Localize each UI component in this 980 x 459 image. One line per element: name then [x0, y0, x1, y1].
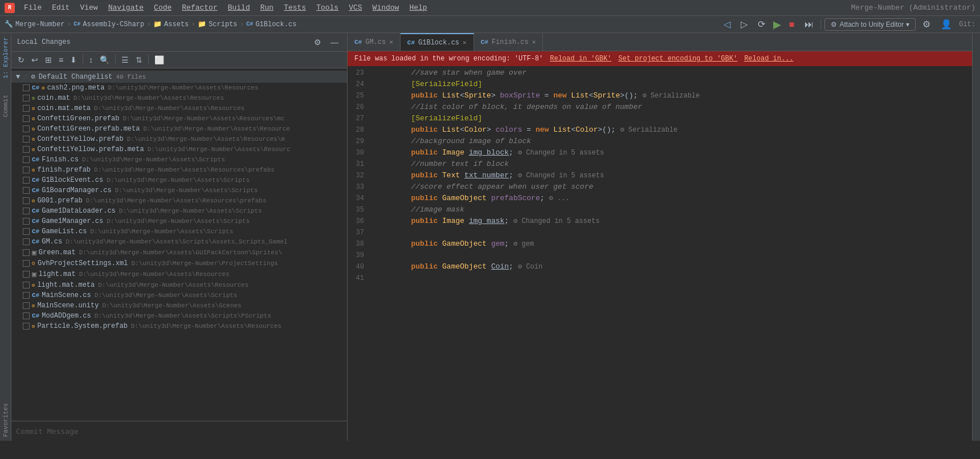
tree-item-coinmatmeta[interactable]: ⚙ coin.mat.meta D:\unity3d\Merge-Number\… — [11, 103, 347, 113]
menu-view[interactable]: View — [75, 2, 102, 13]
menu-window[interactable]: Window — [368, 2, 404, 13]
tree-item-mainscene-cs[interactable]: C# MainScene.cs D:\unity3d\Merge-Number\… — [11, 290, 347, 300]
menu-refactor[interactable]: Refactor — [177, 2, 222, 13]
stop-btn[interactable]: ■ — [786, 18, 798, 31]
play-btn[interactable]: ▶ — [772, 17, 782, 32]
tree-item-gm[interactable]: C# GM.cs D:\unity3d\Merge-Number\Assets\… — [11, 237, 347, 247]
file-checkbox[interactable] — [23, 146, 30, 153]
tab-gm-close[interactable]: ✕ — [389, 38, 393, 46]
right-scrollbar[interactable] — [972, 33, 980, 441]
tree-item-green-mat[interactable]: ▣ Green.mat D:\unity3d\Merge-Number\Asse… — [11, 247, 347, 258]
panel-minimize-btn[interactable]: — — [328, 36, 341, 48]
file-checkbox[interactable] — [23, 260, 30, 267]
menu-tools[interactable]: Tools — [312, 2, 343, 13]
file-checkbox[interactable] — [23, 177, 30, 184]
refresh-btn[interactable]: ⟳ — [754, 17, 769, 31]
tree-item-particle[interactable]: ⚙ Particle.System.prefab D:\unity3d\Merg… — [11, 321, 347, 331]
file-checkbox[interactable] — [23, 208, 30, 214]
profile-btn[interactable]: 👤 — [937, 17, 956, 31]
file-checkbox[interactable] — [23, 292, 30, 299]
file-checkbox[interactable] — [23, 187, 30, 194]
tree-item-game1manager[interactable]: C# Game1Manager.cs D:\unity3d\Merge-Numb… — [11, 216, 347, 226]
tree-item-confetti-yellow-meta[interactable]: ⚙ ConfettiYellow.prefab.meta D:\unity3d\… — [11, 144, 347, 155]
file-checkbox[interactable] — [23, 249, 30, 256]
tree-item-finish-cs[interactable]: C# Finish.cs D:\unity3d\Merge-Number\Ass… — [11, 155, 347, 165]
menu-file[interactable]: File — [19, 2, 46, 13]
filter-btn[interactable]: ☰ — [119, 54, 132, 66]
tree-item-mainscene-unity[interactable]: ⚙ MainScene.unity D:\unity3d\Merge-Numbe… — [11, 300, 347, 311]
tab-g1block-close[interactable]: ✕ — [463, 39, 467, 46]
tree-item-coinmat[interactable]: ⚙ coin.mat D:\unity3d\Merge-Number\Asset… — [11, 93, 347, 103]
panel-settings-btn[interactable]: ⚙ — [311, 36, 324, 48]
tree-item-gvhsettings[interactable]: ⚙ GvhProjectSettings.xml D:\unity3d\Merg… — [11, 258, 347, 269]
move-btn[interactable]: ↕ — [86, 54, 96, 66]
commit-icon[interactable]: Commit — [1, 93, 11, 119]
tree-item-g001prefab[interactable]: ⚙ G001.prefab D:\unity3d\Merge-Number\As… — [11, 196, 347, 206]
set-encoding-btn[interactable]: Set project encoding to 'GBK' — [618, 55, 737, 63]
file-checkbox[interactable] — [23, 84, 30, 91]
file-checkbox[interactable] — [23, 282, 30, 289]
tree-item-g1blockevent[interactable]: C# G1BlockEvent.cs D:\unity3d\Merge-Numb… — [11, 175, 347, 185]
code-area[interactable]: 23 //save star when game over 24 [Serial… — [348, 66, 972, 441]
forward-btn[interactable]: ▷ — [737, 17, 751, 31]
tree-item-confetti-green[interactable]: ⚙ ConfettiGreen.prefab D:\unity3d\Merge-… — [11, 113, 347, 124]
file-checkbox[interactable] — [23, 197, 30, 204]
favorites-icon[interactable]: Favorites — [1, 401, 11, 438]
changelist-header[interactable]: ▼ ☐ ⚙ Default Changelist 40 files — [11, 71, 347, 83]
menu-help[interactable]: Help — [405, 2, 431, 13]
menu-vcs[interactable]: VCS — [344, 2, 366, 13]
breadcrumb-project[interactable]: 🔧 Merge-Number — [5, 20, 64, 29]
commit-placeholder[interactable]: Commit Message — [16, 427, 79, 436]
tab-finish[interactable]: C# Finish.cs ✕ — [474, 33, 544, 51]
tree-item-confetti-yellow[interactable]: ⚙ ConfettiYellow.prefab D:\unity3d\Merge… — [11, 134, 347, 144]
diff-btn[interactable]: ≡ — [56, 54, 66, 66]
file-checkbox[interactable] — [23, 218, 30, 225]
menu-code[interactable]: Code — [149, 2, 176, 13]
search-btn[interactable]: 🔍 — [97, 54, 112, 66]
file-checkbox[interactable] — [23, 302, 30, 309]
file-checkbox[interactable] — [23, 271, 30, 278]
tree-item-cash2meta[interactable]: C# ⚙ cash2.png.meta D:\unity3d\Merge-Num… — [11, 83, 347, 93]
file-checkbox[interactable] — [23, 115, 30, 122]
explorer-icon[interactable]: 1: Explorer — [1, 35, 11, 80]
back-btn[interactable]: ◁ — [720, 17, 734, 31]
tab-g1block[interactable]: C# G1Block.cs ✕ — [401, 33, 474, 51]
menu-run[interactable]: Run — [256, 2, 278, 13]
step-btn[interactable]: ⏭ — [801, 18, 817, 31]
tree-item-finish-prefab[interactable]: ⚙ finish.prefab D:\unity3d\Merge-Number\… — [11, 165, 347, 175]
settings-btn[interactable]: ⚙ — [919, 17, 934, 31]
file-checkbox[interactable] — [23, 125, 30, 132]
attach-unity-btn[interactable]: ⚙ Attach to Unity Editor ▾ — [824, 18, 916, 31]
file-checkbox[interactable] — [23, 105, 30, 112]
group-btn[interactable]: ⊞ — [42, 54, 55, 66]
tab-gm[interactable]: C# GM.cs ✕ — [348, 33, 401, 51]
refresh-changes-btn[interactable]: ↻ — [15, 54, 27, 66]
tree-item-modaddgem[interactable]: C# ModADDgem.cs D:\unity3d\Merge-Number\… — [11, 311, 347, 321]
breadcrumb-assets[interactable]: 📁 Assets — [153, 20, 189, 29]
file-checkbox[interactable] — [23, 238, 30, 245]
tree-item-g1boardmanager[interactable]: C# G1BoardManager.cs D:\unity3d\Merge-Nu… — [11, 185, 347, 196]
menu-build[interactable]: Build — [223, 2, 255, 13]
menu-navigate[interactable]: Navigate — [104, 2, 148, 13]
sort-btn[interactable]: ⇅ — [133, 54, 145, 66]
breadcrumb-assembly[interactable]: C# Assembly-CSharp — [74, 21, 144, 29]
breadcrumb-scripts[interactable]: 📁 Scripts — [198, 20, 237, 29]
menu-tests[interactable]: Tests — [279, 2, 311, 13]
file-checkbox[interactable] — [23, 95, 30, 101]
file-checkbox[interactable] — [23, 156, 30, 163]
tree-item-game1dataloader[interactable]: C# Game1DataLoader.cs D:\unity3d\Merge-N… — [11, 206, 347, 216]
file-checkbox[interactable] — [23, 312, 30, 319]
tree-item-light-mat[interactable]: ▣ light.mat D:\unity3d\Merge-Number\Asse… — [11, 269, 347, 280]
tree-item-confetti-green-meta[interactable]: ⚙ ConfettiGreen.prefab.meta D:\unity3d\M… — [11, 124, 347, 134]
undo-btn[interactable]: ↩ — [28, 54, 41, 66]
reload-other-btn[interactable]: Reload in... — [744, 55, 793, 63]
expand-btn[interactable]: ⬜ — [152, 54, 167, 66]
file-checkbox[interactable] — [23, 136, 30, 143]
tree-item-gamelist[interactable]: C# GameList.cs D:\unity3d\Merge-Number\A… — [11, 226, 347, 237]
menu-edit[interactable]: Edit — [47, 2, 74, 13]
file-checkbox[interactable] — [23, 323, 30, 330]
reload-gbk-btn[interactable]: Reload in 'GBK' — [550, 55, 611, 63]
file-checkbox[interactable] — [23, 166, 30, 173]
tree-item-light-mat-meta[interactable]: ⚙ light.mat.meta D:\unity3d\Merge-Number… — [11, 280, 347, 290]
tab-finish-close[interactable]: ✕ — [532, 38, 536, 46]
